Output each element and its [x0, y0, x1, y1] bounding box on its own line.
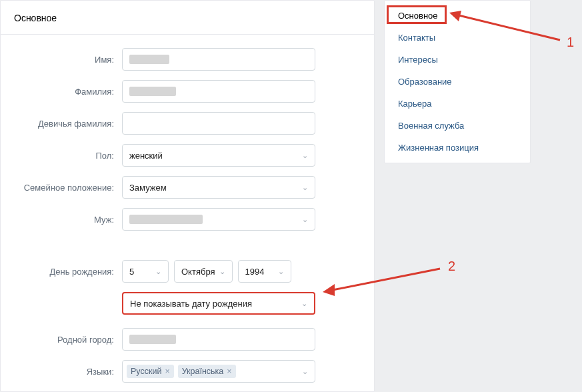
maiden-name-label: Девичья фамилия: [1, 119, 122, 129]
birthday-visibility-value: Не показывать дату рождения [130, 299, 252, 309]
main-panel: Основное Имя: Фамилия: Девичья фамилия: [0, 0, 375, 392]
chevron-down-icon: ⌄ [302, 367, 308, 376]
first-name-input[interactable] [122, 48, 315, 71]
birthday-visibility-select[interactable]: Не показывать дату рождения ⌄ [122, 292, 315, 315]
language-tag[interactable]: Русский × [127, 365, 174, 378]
annotation-number-1: 1 [567, 35, 574, 50]
language-tag[interactable]: Українська × [178, 365, 236, 378]
chevron-down-icon: ⌄ [278, 267, 284, 276]
language-tag-label: Українська [182, 367, 224, 376]
sidebar-item-education[interactable]: Образование [385, 71, 530, 93]
gender-select[interactable]: женский ⌄ [122, 144, 315, 167]
birthday-month-select[interactable]: Октября ⌄ [174, 260, 233, 283]
spouse-select[interactable]: ⌄ [122, 208, 315, 231]
marital-label: Семейное положение: [1, 183, 122, 193]
profile-form: Имя: Фамилия: Девичья фамилия: Пол: [1, 35, 374, 392]
chevron-down-icon: ⌄ [301, 299, 307, 308]
birthday-day-value: 5 [129, 267, 134, 277]
chevron-down-icon: ⌄ [155, 267, 161, 276]
spouse-label: Муж: [1, 215, 122, 225]
marital-select[interactable]: Замужем ⌄ [122, 176, 315, 199]
annotation-number-2: 2 [448, 259, 455, 274]
birthday-month-value: Октября [181, 267, 215, 277]
languages-select[interactable]: Русский × Українська × ⌄ [122, 360, 315, 383]
hometown-label: Родной город: [1, 335, 122, 345]
remove-tag-icon[interactable]: × [227, 367, 231, 376]
last-name-label: Фамилия: [1, 87, 122, 97]
maiden-name-input[interactable] [122, 112, 315, 135]
sidebar-item-main[interactable]: Основное [385, 5, 530, 27]
settings-sidebar: Основное Контакты Интересы Образование К… [384, 0, 531, 163]
birthday-day-select[interactable]: 5 ⌄ [122, 260, 169, 283]
chevron-down-icon: ⌄ [302, 183, 308, 192]
chevron-down-icon: ⌄ [219, 267, 225, 276]
sidebar-item-contacts[interactable]: Контакты [385, 27, 530, 49]
chevron-down-icon: ⌄ [302, 151, 308, 160]
page-title: Основное [1, 1, 374, 35]
first-name-label: Имя: [1, 55, 122, 65]
sidebar-item-military[interactable]: Военная служба [385, 115, 530, 137]
remove-tag-icon[interactable]: × [165, 367, 169, 376]
birthday-label: День рождения: [1, 267, 122, 277]
last-name-input[interactable] [122, 80, 315, 103]
sidebar-item-career[interactable]: Карьера [385, 93, 530, 115]
chevron-down-icon: ⌄ [302, 215, 308, 224]
marital-value: Замужем [129, 183, 167, 193]
languages-label: Языки: [1, 367, 122, 377]
birthday-year-select[interactable]: 1994 ⌄ [238, 260, 291, 283]
gender-value: женский [129, 151, 163, 161]
birthday-year-value: 1994 [245, 267, 265, 277]
sidebar-item-life-position[interactable]: Жизненная позиция [385, 137, 530, 159]
gender-label: Пол: [1, 151, 122, 161]
sidebar-item-interests[interactable]: Интересы [385, 49, 530, 71]
language-tag-label: Русский [131, 367, 161, 376]
hometown-input[interactable] [122, 328, 315, 351]
